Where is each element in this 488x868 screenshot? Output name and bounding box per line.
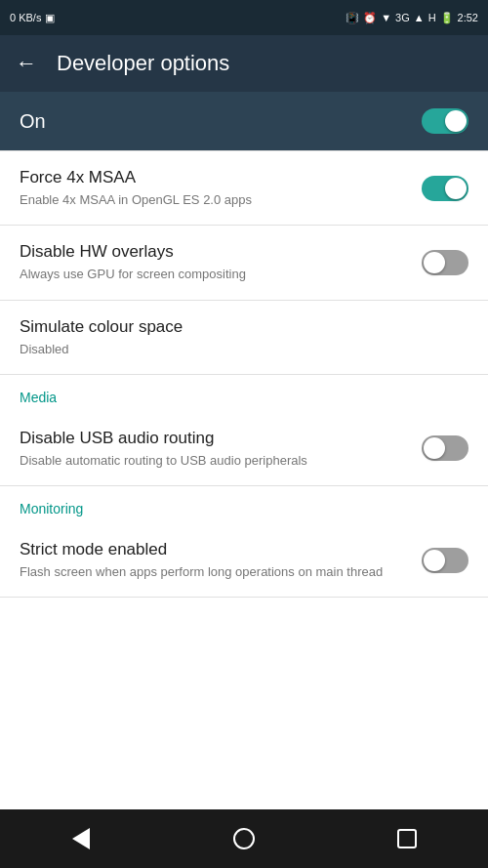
toggle-strict-mode[interactable] [422, 548, 468, 573]
section-header-media: Media [0, 375, 488, 412]
setting-row-force-msaa[interactable]: Force 4x MSAA Enable 4x MSAA in OpenGL E… [0, 151, 488, 225]
toggle-knob-hw-overlays [424, 252, 445, 273]
on-off-label: On [20, 110, 46, 133]
back-button[interactable]: ← [16, 51, 37, 76]
signal-icon: ▣ [45, 12, 55, 24]
home-nav-button[interactable] [220, 819, 268, 858]
wifi-icon: ▼ [381, 12, 391, 23]
toggle-knob [445, 110, 467, 132]
toggle-knob-strict-mode [424, 550, 445, 571]
vibrate-icon: 📳 [346, 12, 359, 24]
network-type: 3G [395, 12, 410, 23]
recents-nav-icon [397, 829, 417, 848]
h-indicator: H [428, 12, 436, 23]
setting-row-strict-mode[interactable]: Strict mode enabled Flash screen when ap… [0, 523, 488, 597]
setting-row-usb-audio[interactable]: Disable USB audio routing Disable automa… [0, 412, 488, 485]
setting-text-strict-mode: Strict mode enabled Flash screen when ap… [20, 539, 422, 581]
master-toggle[interactable] [422, 108, 468, 134]
setting-row-colour-space[interactable]: Simulate colour space Disabled [0, 301, 488, 374]
nav-bar [0, 809, 488, 868]
setting-subtitle-usb-audio: Disable automatic routing to USB audio p… [20, 452, 406, 470]
content-area: Force 4x MSAA Enable 4x MSAA in OpenGL E… [0, 150, 488, 809]
setting-title-usb-audio: Disable USB audio routing [20, 428, 406, 449]
setting-row-hw-overlays[interactable]: Disable HW overlays Always use GPU for s… [0, 226, 488, 299]
top-bar: ← Developer options [0, 35, 488, 92]
data-speed: 0 KB/s [10, 12, 41, 23]
setting-subtitle-hw-overlays: Always use GPU for screen compositing [20, 266, 406, 283]
setting-title-hw-overlays: Disable HW overlays [20, 241, 406, 263]
section-header-monitoring: Monitoring [0, 486, 488, 523]
status-bar-right: 📳 ⏰ ▼ 3G ▲ H 🔋 2:52 [346, 12, 478, 24]
time: 2:52 [458, 12, 478, 23]
status-bar-left: 0 KB/s ▣ [10, 12, 55, 24]
setting-text-colour-space: Simulate colour space Disabled [20, 316, 468, 358]
toggle-knob-force-msaa [445, 178, 467, 199]
on-off-section[interactable]: On [0, 92, 488, 150]
status-bar: 0 KB/s ▣ 📳 ⏰ ▼ 3G ▲ H 🔋 2:52 [0, 0, 488, 35]
section-label-monitoring: Monitoring [20, 501, 83, 517]
page-title: Developer options [57, 51, 229, 76]
toggle-knob-usb-audio [424, 437, 445, 459]
setting-subtitle-force-msaa: Enable 4x MSAA in OpenGL ES 2.0 apps [20, 191, 406, 209]
setting-subtitle-colour-space: Disabled [20, 341, 453, 358]
toggle-usb-audio[interactable] [422, 435, 468, 461]
setting-text-hw-overlays: Disable HW overlays Always use GPU for s… [20, 241, 422, 283]
toggle-force-msaa[interactable] [422, 176, 468, 201]
signal-bars: ▲ [414, 12, 425, 23]
home-nav-icon [233, 828, 255, 849]
setting-subtitle-strict-mode: Flash screen when apps perform long oper… [20, 563, 406, 581]
alarm-icon: ⏰ [363, 12, 377, 24]
back-nav-icon [72, 828, 90, 849]
setting-title-colour-space: Simulate colour space [20, 316, 453, 338]
setting-text-usb-audio: Disable USB audio routing Disable automa… [20, 428, 422, 470]
section-label-media: Media [20, 390, 57, 405]
setting-title-force-msaa: Force 4x MSAA [20, 167, 406, 188]
back-nav-button[interactable] [57, 819, 105, 858]
divider-bottom [0, 597, 488, 598]
setting-title-strict-mode: Strict mode enabled [20, 539, 406, 560]
recents-nav-button[interactable] [383, 819, 431, 858]
battery-icon: 🔋 [440, 12, 454, 24]
setting-text-force-msaa: Force 4x MSAA Enable 4x MSAA in OpenGL E… [20, 167, 422, 209]
toggle-hw-overlays[interactable] [422, 250, 468, 275]
